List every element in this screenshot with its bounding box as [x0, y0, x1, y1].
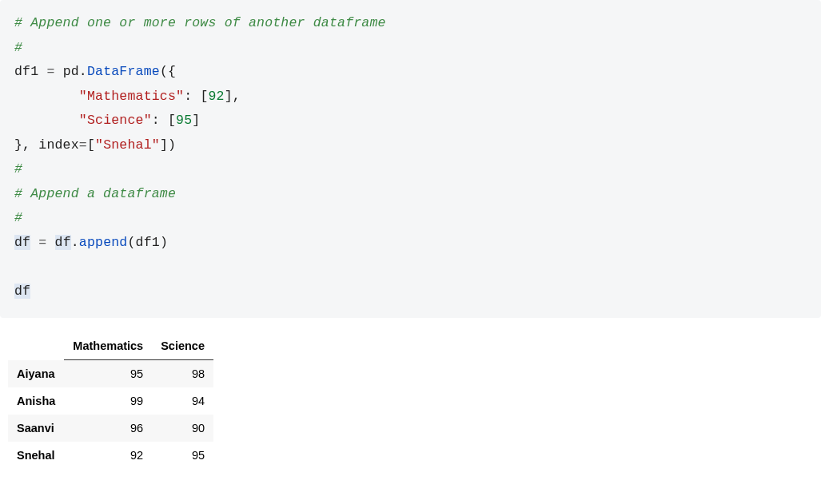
- identifier: df1: [136, 235, 160, 250]
- row-index: Anisha: [8, 387, 64, 415]
- punct: ]: [192, 113, 200, 128]
- punct: (: [127, 235, 135, 250]
- row-index: Saanvi: [8, 415, 64, 442]
- table-row: Anisha 99 94: [8, 387, 213, 415]
- indent: [14, 89, 79, 104]
- operator: =: [38, 64, 62, 79]
- cell-value: 94: [152, 387, 213, 415]
- operator: =: [30, 235, 54, 250]
- cell-value: 98: [152, 360, 213, 388]
- identifier: index: [38, 137, 79, 153]
- code-cell: # Append one or more rows of another dat…: [0, 0, 821, 318]
- cell-value: 90: [152, 415, 213, 442]
- table-row: Snehal 92 95: [8, 442, 213, 469]
- cell-value: 95: [64, 360, 152, 388]
- string: "Mathematics": [79, 89, 184, 104]
- operator: =: [79, 137, 87, 153]
- code-line: df: [14, 280, 807, 304]
- comment: #: [14, 210, 22, 225]
- cell-value: 95: [152, 442, 213, 469]
- code-line: "Mathematics": [92],: [14, 85, 807, 109]
- identifier: df: [14, 284, 30, 299]
- column-header-mathematics: Mathematics: [64, 332, 152, 360]
- punct: .: [71, 235, 79, 250]
- string: "Science": [79, 113, 152, 128]
- table-row: Saanvi 96 90: [8, 415, 213, 442]
- column-header-science: Science: [152, 332, 213, 360]
- cell-value: 99: [64, 387, 152, 415]
- punct: ({: [160, 64, 176, 79]
- number: 95: [176, 113, 192, 128]
- cell-value: 96: [64, 415, 152, 442]
- punct: :: [152, 113, 168, 128]
- identifier: pd: [63, 64, 79, 79]
- punct: ): [160, 235, 168, 250]
- code-line: [14, 255, 807, 280]
- identifier: df: [14, 235, 30, 250]
- row-index: Aiyana: [8, 360, 64, 388]
- comment: #: [14, 161, 22, 177]
- code-line: #: [14, 206, 807, 231]
- table-row: Aiyana 95 98: [8, 360, 213, 388]
- code-line: # Append a dataframe: [14, 182, 807, 207]
- punct: :: [184, 89, 200, 104]
- code-line: }, index=["Snehal"]): [14, 133, 807, 158]
- punct: },: [14, 137, 38, 153]
- number: 92: [208, 89, 224, 104]
- string: "Snehal": [95, 137, 160, 153]
- indent: [14, 113, 79, 128]
- comment: # Append a dataframe: [14, 186, 176, 201]
- blank: [14, 259, 22, 274]
- punct: ]): [160, 137, 176, 153]
- code-line: "Science": [95]: [14, 109, 807, 133]
- row-index: Snehal: [8, 442, 64, 469]
- punct: [: [200, 89, 208, 104]
- comment: #: [14, 40, 22, 55]
- punct: .: [79, 64, 87, 79]
- code-line: df = df.append(df1): [14, 231, 807, 256]
- cell-value: 92: [64, 442, 152, 469]
- call: DataFrame: [87, 64, 160, 79]
- table-corner: [8, 332, 64, 360]
- punct: [: [168, 113, 176, 128]
- code-line: #: [14, 36, 807, 61]
- identifier: df: [55, 235, 71, 250]
- comment: # Append one or more rows of another dat…: [14, 15, 386, 30]
- code-line: # Append one or more rows of another dat…: [14, 11, 807, 36]
- identifier: df1: [14, 64, 38, 79]
- output-dataframe-table: Mathematics Science Aiyana 95 98 Anisha …: [8, 332, 213, 469]
- code-line: df1 = pd.DataFrame({: [14, 60, 807, 85]
- punct: [: [87, 137, 95, 153]
- call: append: [79, 235, 128, 250]
- code-line: #: [14, 157, 807, 182]
- punct: ],: [225, 89, 241, 104]
